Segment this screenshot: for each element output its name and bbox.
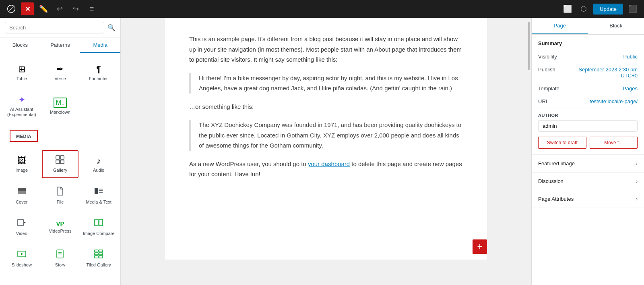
tab-page[interactable]: Page [532, 18, 588, 34]
block-audio-label: Audio [93, 168, 104, 173]
svg-rect-21 [95, 253, 98, 255]
block-gallery[interactable]: Gallery [42, 150, 79, 178]
block-cover[interactable]: Cover [3, 181, 40, 210]
block-videopress-label: VideoPress [49, 229, 71, 234]
block-markdown-label: Markdown [50, 110, 70, 115]
blocks-group-2: ✦ AI Assistant (Experimental) M↓ Markdow… [0, 89, 120, 123]
block-videopress[interactable]: VP VideoPress [42, 213, 79, 241]
block-file[interactable]: File [42, 181, 79, 210]
block-story-label: Story [55, 262, 66, 268]
move-trash-button[interactable]: Move t... [590, 137, 638, 149]
svg-rect-19 [95, 250, 98, 252]
tab-block[interactable]: Block [588, 18, 644, 34]
svg-rect-2 [56, 160, 60, 164]
media-group-3: Video VP VideoPress Image Compare [0, 211, 120, 243]
svg-rect-3 [60, 160, 64, 164]
block-audio[interactable]: ♪ Audio [80, 150, 117, 178]
edit-icon-button[interactable]: ✏️ [37, 2, 50, 15]
visibility-row: Visibility Public [538, 50, 638, 63]
tab-patterns[interactable]: Patterns [40, 38, 80, 53]
visibility-value[interactable]: Public [623, 54, 638, 60]
block-ai-assistant[interactable]: ✦ AI Assistant (Experimental) [3, 90, 40, 122]
add-block-button[interactable]: + [473, 239, 487, 254]
svg-marker-11 [24, 221, 26, 224]
visibility-label: Visibility [538, 54, 557, 60]
content-quote-2: The XYZ Doohickey Company was founded in… [189, 120, 463, 151]
featured-image-title: Featured image [538, 160, 575, 166]
template-label: Template [538, 85, 559, 92]
block-media-text[interactable]: Media & Text [80, 181, 117, 210]
content-paragraph-3-before: As a new WordPress user, you should go t… [189, 160, 308, 167]
story-icon [56, 250, 64, 261]
summary-title: Summary [538, 40, 638, 46]
block-tiled-gallery[interactable]: Tiled Gallery [80, 244, 117, 273]
publish-row: Publish September 2023 2:30 pm UTC+0 [538, 63, 638, 82]
ai-assistant-icon: ✦ [18, 95, 25, 105]
media-section: MEDIA [0, 123, 120, 148]
author-section: AUTHOR [538, 113, 638, 132]
svg-rect-23 [95, 256, 98, 258]
view-toggle-button[interactable]: ⬜ [561, 2, 574, 15]
image-icon: 🖼 [17, 156, 26, 166]
sidebar-tabs: Blocks Patterns Media [0, 38, 120, 53]
switch-draft-button[interactable]: Switch to draft [538, 137, 586, 149]
tab-media[interactable]: Media [80, 38, 120, 53]
block-tiled-gallery-label: Tiled Gallery [86, 262, 111, 268]
template-value[interactable]: Pages [623, 85, 638, 92]
cover-icon [17, 187, 26, 198]
block-cover-label: Cover [16, 200, 27, 205]
top-bar: ✕ ✏️ ↩ ↪ ≡ ⬜ ⬡ Update ⬛ [0, 0, 644, 18]
page-attributes-header[interactable]: Page Attributes › [532, 190, 644, 208]
block-slideshow-label: Slideshow [12, 262, 32, 268]
sidebar-search: 🔍 [0, 18, 120, 38]
sidebar: 🔍 Blocks Patterns Media ⊞ Table ✒ Verse … [0, 18, 121, 285]
discussion-title: Discussion [538, 178, 564, 184]
redo-button[interactable]: ↪ [69, 2, 82, 15]
table-icon: ⊞ [18, 64, 25, 75]
sidebar-toggle-button[interactable]: ⬛ [626, 2, 639, 15]
featured-image-header[interactable]: Featured image › [532, 155, 644, 173]
tab-blocks[interactable]: Blocks [0, 38, 40, 53]
undo-button[interactable]: ↩ [53, 2, 66, 15]
block-slideshow[interactable]: Slideshow [3, 244, 40, 273]
author-input[interactable] [538, 120, 638, 132]
block-table[interactable]: ⊞ Table [3, 59, 40, 87]
update-button[interactable]: Update [593, 4, 623, 15]
block-image[interactable]: 🖼 Image [3, 150, 40, 178]
block-video[interactable]: Video [3, 213, 40, 241]
block-verse[interactable]: ✒ Verse [42, 59, 79, 87]
page-attributes-title: Page Attributes [538, 196, 574, 202]
discussion-header[interactable]: Discussion › [532, 173, 644, 190]
search-input[interactable] [5, 22, 104, 33]
list-view-button[interactable]: ≡ [85, 2, 98, 15]
videopress-icon: VP [56, 220, 64, 227]
svg-rect-0 [56, 156, 60, 159]
close-button[interactable]: ✕ [21, 2, 34, 15]
footnotes-icon: ¶ [96, 64, 101, 75]
content-paragraph-1: This is an example page. It's different … [189, 34, 463, 65]
media-group-1: 🖼 Image Gallery ♪ Audio [0, 148, 120, 180]
slideshow-icon [17, 250, 26, 261]
search-icon[interactable]: 🔍 [107, 24, 116, 31]
block-image-label: Image [16, 168, 28, 173]
wp-logo [5, 2, 18, 15]
url-value[interactable]: testsite:local/e-page/ [590, 98, 638, 104]
svg-rect-6 [95, 188, 98, 194]
block-footnotes[interactable]: ¶ Footnotes [80, 59, 117, 87]
audio-icon: ♪ [97, 156, 101, 166]
svg-marker-15 [21, 253, 23, 255]
external-link-button[interactable]: ⬡ [577, 2, 590, 15]
media-text-icon [94, 187, 103, 198]
publish-value[interactable]: September 2023 2:30 pm UTC+0 [573, 67, 638, 79]
block-markdown[interactable]: M↓ Markdown [42, 90, 79, 122]
verse-icon: ✒ [56, 64, 64, 75]
svg-rect-5 [18, 188, 26, 191]
page-content: This is an example page. It's different … [165, 18, 487, 260]
dashboard-link[interactable]: your dashboard [308, 160, 350, 167]
block-image-compare[interactable]: Image Compare [80, 213, 117, 241]
scrollbar[interactable] [527, 18, 530, 285]
right-panel-body: Summary Visibility Public Publish Septem… [532, 35, 644, 285]
wordpress-icon [6, 4, 16, 14]
block-story[interactable]: Story [42, 244, 79, 273]
url-row: URL testsite:local/e-page/ [538, 95, 638, 108]
